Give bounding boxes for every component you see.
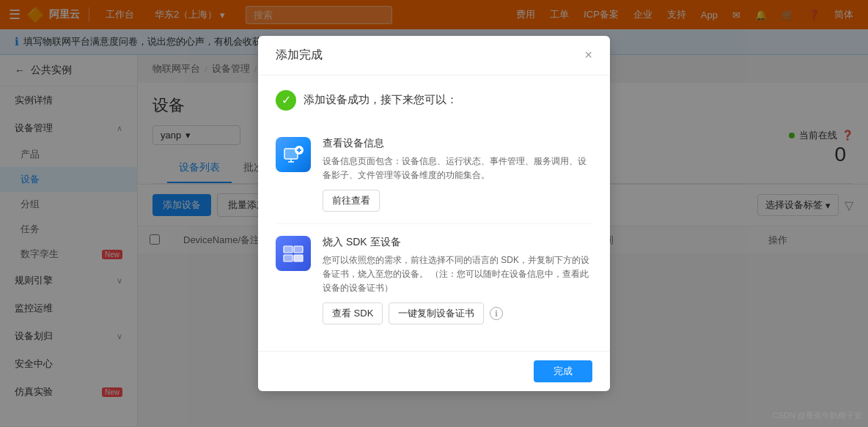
view-device-button[interactable]: 前往查看	[323, 190, 380, 212]
modal-title: 添加完成	[276, 48, 323, 63]
svg-rect-6	[284, 246, 293, 253]
modal-overlay: 添加完成 × ✓ 添加设备成功，接下来您可以：	[0, 0, 868, 426]
modal-success-row: ✓ 添加设备成功，接下来您可以：	[276, 90, 592, 111]
modal-close-button[interactable]: ×	[584, 48, 592, 62]
modal-section-burn-sdk: 烧入 SDK 至设备 您可以依照您的需求，前往选择不同的语言的 SDK，并复制下…	[276, 224, 592, 337]
modal-body: ✓ 添加设备成功，接下来您可以：	[258, 75, 610, 352]
view-device-icon	[276, 137, 311, 172]
copy-cert-button[interactable]: 一键复制设备证书	[389, 302, 484, 324]
svg-rect-9	[294, 255, 303, 261]
modal-add-complete: 添加完成 × ✓ 添加设备成功，接下来您可以：	[258, 36, 610, 392]
modal-header: 添加完成 ×	[258, 36, 610, 75]
modal-footer: 完成	[258, 351, 610, 391]
device-add-svg-icon	[282, 143, 305, 166]
section2-title: 烧入 SDK 至设备	[323, 236, 592, 249]
section2-desc: 您可以依照您的需求，前往选择不同的语言的 SDK，并复制下方的设备证书，烧入至您…	[323, 253, 592, 296]
section2-content: 烧入 SDK 至设备 您可以依照您的需求，前往选择不同的语言的 SDK，并复制下…	[323, 236, 592, 325]
burn-sdk-icon	[276, 236, 311, 271]
modal-section-view-device: 查看设备信息 设备信息页面包含：设备信息、运行状态、事件管理、服务调用、设备影子…	[276, 125, 592, 224]
section1-content: 查看设备信息 设备信息页面包含：设备信息、运行状态、事件管理、服务调用、设备影子…	[323, 137, 592, 212]
csdn-watermark: CSDN @香蕉牛奶椰子安	[773, 410, 862, 421]
section1-title: 查看设备信息	[323, 137, 592, 150]
section2-btn-row: 查看 SDK 一键复制设备证书 ℹ	[323, 302, 592, 324]
section1-btn-row: 前往查看	[323, 190, 592, 212]
cert-info-icon[interactable]: ℹ	[490, 307, 503, 320]
success-icon: ✓	[276, 90, 296, 111]
sdk-icon-svg	[282, 242, 305, 265]
modal-success-message: 添加设备成功，接下来您可以：	[304, 93, 457, 107]
modal-finish-button[interactable]: 完成	[534, 360, 592, 382]
section1-desc: 设备信息页面包含：设备信息、运行状态、事件管理、服务调用、设备影子、文件管理等设…	[323, 155, 592, 182]
view-sdk-button[interactable]: 查看 SDK	[323, 302, 383, 324]
check-mark-icon: ✓	[282, 93, 291, 107]
svg-rect-8	[284, 255, 293, 261]
svg-rect-7	[294, 246, 303, 253]
